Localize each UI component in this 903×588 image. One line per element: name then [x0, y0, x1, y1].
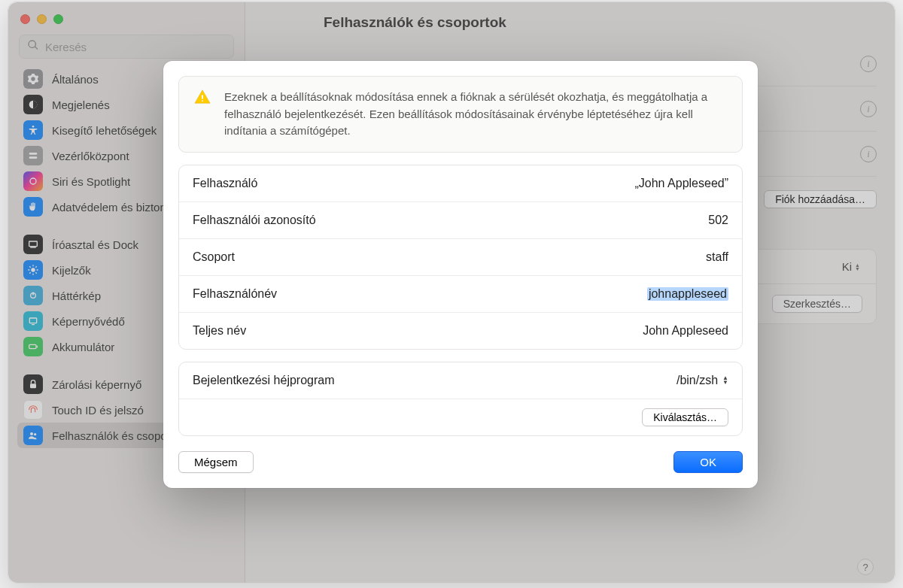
home-dir-row: Kiválasztás…: [179, 399, 742, 435]
field-value[interactable]: 502: [708, 214, 728, 227]
user-fields-card: Felhasználó „John Appleseed” Felhasználó…: [178, 165, 743, 350]
dialog-footer: Mégsem OK: [178, 451, 743, 473]
chevron-up-down-icon: ▲▼: [722, 376, 728, 385]
shell-value: /bin/zsh: [676, 374, 718, 387]
username-input[interactable]: johnappleseed: [647, 287, 728, 301]
field-fullname: Teljes név John Appleseed: [179, 313, 742, 349]
field-label: Felhasználói azonosító: [193, 214, 316, 227]
field-label: Bejelentkezési héjprogram: [193, 374, 335, 387]
field-label: Felhasználó: [193, 177, 257, 190]
field-uid: Felhasználói azonosító 502: [179, 202, 742, 239]
field-value[interactable]: staff: [706, 250, 728, 264]
warning-text: Ezeknek a beállításoknak módosítása enne…: [224, 89, 727, 140]
login-shell-select[interactable]: /bin/zsh ▲▼: [676, 374, 728, 387]
choose-button[interactable]: Kiválasztás…: [642, 408, 728, 426]
shell-card: Bejelentkezési héjprogram /bin/zsh ▲▼ Ki…: [178, 362, 743, 436]
warning-box: Ezeknek a beállításoknak módosítása enne…: [178, 76, 743, 153]
warning-icon: [194, 89, 211, 105]
svg-rect-16: [202, 100, 203, 102]
cancel-button[interactable]: Mégsem: [178, 451, 254, 473]
field-label: Felhasználónév: [193, 287, 277, 301]
field-value: „John Appleseed”: [634, 177, 728, 190]
settings-window: Általános Megjelenés Kisegítő lehetősége…: [8, 2, 895, 583]
advanced-options-dialog: Ezeknek a beállításoknak módosítása enne…: [163, 61, 758, 488]
fullname-input[interactable]: John Appleseed: [643, 324, 728, 338]
field-username: Felhasználónév johnappleseed: [179, 276, 742, 313]
field-shell: Bejelentkezési héjprogram /bin/zsh ▲▼: [179, 362, 742, 399]
field-label: Csoport: [193, 250, 235, 264]
field-group: Csoport staff: [179, 239, 742, 276]
svg-rect-15: [202, 95, 203, 99]
field-label: Teljes név: [193, 324, 246, 338]
ok-button[interactable]: OK: [673, 451, 743, 473]
field-user: Felhasználó „John Appleseed”: [179, 165, 742, 202]
